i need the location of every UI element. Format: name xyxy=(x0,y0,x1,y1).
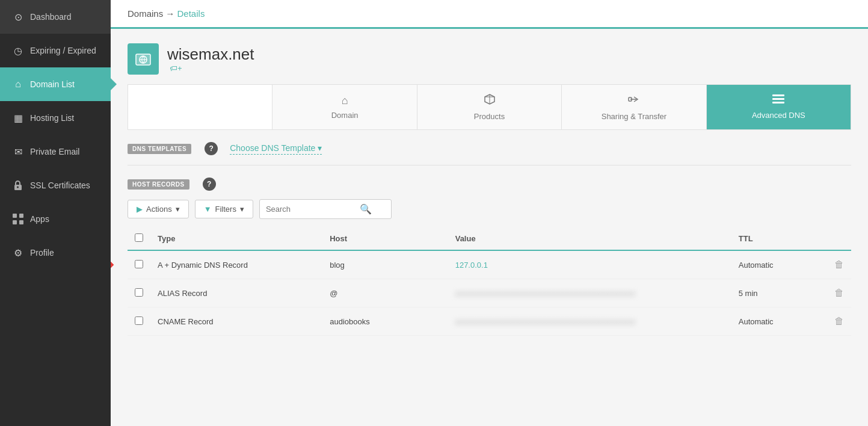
domain-tab-icon: ⌂ xyxy=(342,94,348,107)
main-content: Domains → Details wisemax.net 🏷+ xyxy=(111,0,868,426)
filters-chevron-icon: ▾ xyxy=(240,205,244,214)
breadcrumb-current[interactable]: Details xyxy=(177,8,205,19)
table-row: CNAME Recordaudiobooksxxxxxxxxxxxxxxxxxx… xyxy=(128,307,851,336)
select-all-checkbox[interactable] xyxy=(135,233,143,242)
domain-header: wisemax.net 🏷+ xyxy=(128,43,851,75)
sidebar-item-label: Private Email xyxy=(30,147,79,156)
dns-records-table: Type Host Value TTL ➔A + Dynamic DNS Rec… xyxy=(128,227,851,336)
tab-label: Products xyxy=(474,112,505,121)
search-box[interactable]: 🔍 xyxy=(259,199,392,219)
row-checkbox[interactable] xyxy=(135,260,143,268)
delete-record-button[interactable]: 🗑 xyxy=(834,316,844,327)
svg-rect-2 xyxy=(13,214,17,218)
dns-templates-help[interactable]: ? xyxy=(205,142,218,155)
sidebar-item-apps[interactable]: Apps xyxy=(0,202,111,236)
row-checkbox[interactable] xyxy=(135,288,143,297)
play-icon: ▶ xyxy=(137,205,143,214)
sidebar-item-hosting-list[interactable]: ▦ Hosting List xyxy=(0,101,111,135)
delete-record-button[interactable]: 🗑 xyxy=(834,288,844,298)
apps-icon xyxy=(12,213,24,225)
dns-templates-label: DNS TEMPLATES xyxy=(128,144,191,154)
tab-label: Domain xyxy=(331,111,359,120)
table-row: ALIAS Record@xxxxxxxxxxxxxxxxxxxxxxxxxxx… xyxy=(128,279,851,307)
cell-ttl: 5 min xyxy=(731,279,816,307)
content-area: wisemax.net 🏷+ ⌂ Domain Products xyxy=(111,29,868,426)
sidebar-item-expiring[interactable]: ◷ Expiring / Expired xyxy=(0,34,111,67)
row-arrow-indicator: ➔ xyxy=(111,257,114,273)
domain-tag[interactable]: 🏷+ xyxy=(170,64,254,73)
actions-button[interactable]: ▶ Actions ▾ xyxy=(128,200,189,218)
sidebar-item-label: Dashboard xyxy=(30,12,72,22)
delete-record-button[interactable]: 🗑 xyxy=(834,259,844,270)
host-records-label: HOST RECORDS xyxy=(128,179,189,190)
host-records-section: HOST RECORDS ? xyxy=(128,177,851,191)
cell-type[interactable]: A + Dynamic DNS Record xyxy=(150,250,322,279)
cell-delete: 🗑 xyxy=(816,307,851,336)
sidebar-item-domain-list[interactable]: ⌂ Domain List xyxy=(0,67,111,101)
cell-type[interactable]: ALIAS Record xyxy=(150,279,322,307)
cell-value: 127.0.0.1 xyxy=(448,250,731,279)
sharing-tab-icon xyxy=(628,93,640,108)
divider-1 xyxy=(128,165,851,165)
sidebar-item-profile[interactable]: ⚙ Profile xyxy=(0,236,111,270)
tab-domain[interactable]: ⌂ Domain xyxy=(272,85,417,129)
tab-sharing-transfer[interactable]: Sharing & Transfer xyxy=(562,85,706,129)
toolbar: ▶ Actions ▾ ▼ Filters ▾ 🔍 xyxy=(128,199,851,219)
table-row: ➔A + Dynamic DNS Recordblog127.0.0.1Auto… xyxy=(128,250,851,279)
sidebar-item-label: Expiring / Expired xyxy=(30,46,96,55)
col-header-type: Type xyxy=(150,227,322,250)
sidebar: ⊙ Dashboard ◷ Expiring / Expired ⌂ Domai… xyxy=(0,0,111,426)
col-header-ttl: TTL xyxy=(731,227,816,250)
filters-label: Filters xyxy=(215,205,236,214)
chevron-down-icon: ▾ xyxy=(318,143,322,153)
dns-templates-section: DNS TEMPLATES ? Choose DNS Template ▾ xyxy=(128,142,851,155)
actions-chevron-icon: ▾ xyxy=(176,205,180,214)
search-input[interactable] xyxy=(266,205,356,214)
sidebar-item-label: Apps xyxy=(30,214,49,224)
profile-icon: ⚙ xyxy=(12,247,24,259)
row-checkbox[interactable] xyxy=(135,316,143,325)
sidebar-item-label: SSL Certificates xyxy=(30,181,90,190)
search-icon: 🔍 xyxy=(360,203,372,215)
tab-advanced-dns[interactable]: Advanced DNS xyxy=(707,85,851,129)
dns-template-placeholder: Choose DNS Template xyxy=(230,143,315,153)
cell-type[interactable]: CNAME Record xyxy=(150,307,322,336)
ssl-icon xyxy=(12,179,24,191)
svg-rect-5 xyxy=(19,220,23,224)
sidebar-item-label: Domain List xyxy=(30,79,75,89)
svg-rect-3 xyxy=(19,214,23,218)
host-records-help[interactable]: ? xyxy=(203,177,216,191)
sidebar-item-label: Hosting List xyxy=(30,113,74,123)
domain-icon xyxy=(128,43,159,75)
tab-label: Advanced DNS xyxy=(752,111,805,120)
sidebar-item-label: Profile xyxy=(30,248,54,258)
cell-host: blog xyxy=(322,250,448,279)
cell-delete: 🗑 xyxy=(816,250,851,279)
expiring-icon: ◷ xyxy=(12,45,24,57)
email-icon: ✉ xyxy=(12,146,24,158)
filter-icon: ▼ xyxy=(204,205,212,214)
svg-rect-10 xyxy=(772,94,784,96)
tab-products[interactable]: Products xyxy=(417,85,562,129)
hosting-icon: ▦ xyxy=(12,112,24,124)
actions-label: Actions xyxy=(146,205,172,214)
sidebar-item-private-email[interactable]: ✉ Private Email xyxy=(0,135,111,168)
col-header-value: Value xyxy=(448,227,731,250)
svg-rect-11 xyxy=(772,98,784,100)
dashboard-icon: ⊙ xyxy=(12,11,24,23)
cell-ttl: Automatic xyxy=(731,250,816,279)
header: Domains → Details xyxy=(111,0,868,29)
domain-info: wisemax.net 🏷+ xyxy=(167,45,254,73)
filters-button[interactable]: ▼ Filters ▾ xyxy=(195,200,253,218)
breadcrumb-prefix: Domains xyxy=(128,8,163,19)
col-header-host: Host xyxy=(322,227,448,250)
cell-host: @ xyxy=(322,279,448,307)
sidebar-item-dashboard[interactable]: ⊙ Dashboard xyxy=(0,0,111,34)
cell-value: xxxxxxxxxxxxxxxxxxxxxxxxxxxxxxxxxxxxxxxx xyxy=(448,307,731,336)
svg-rect-9 xyxy=(629,97,632,101)
breadcrumb-arrow: → xyxy=(165,8,177,19)
advanced-dns-tab-icon xyxy=(772,94,784,107)
dns-template-dropdown[interactable]: Choose DNS Template ▾ xyxy=(230,143,322,155)
sidebar-item-ssl[interactable]: SSL Certificates xyxy=(0,168,111,202)
svg-point-1 xyxy=(17,187,19,188)
